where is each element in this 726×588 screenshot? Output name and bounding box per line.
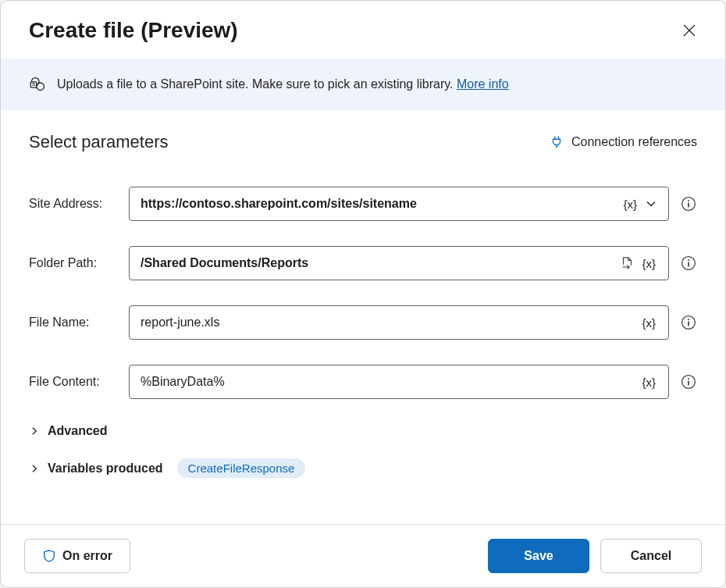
file-picker-button[interactable] [617,256,637,270]
create-file-dialog: Create file (Preview) S Uploads a file t… [0,0,726,588]
on-error-button[interactable]: On error [24,539,130,573]
row-file-name: File Name: report-june.xls {x} [29,305,697,340]
info-icon [681,315,696,330]
close-icon [683,24,696,37]
variable-token-button[interactable]: {x} [618,198,642,211]
file-select-icon [620,256,634,270]
svg-text:S: S [32,81,35,87]
info-text: Uploads a file to a SharePoint site. Mak… [57,77,509,91]
connection-references-button[interactable]: Connection references [550,135,697,149]
info-message: Uploads a file to a SharePoint site. Mak… [57,77,457,91]
save-label: Save [524,549,553,563]
input-file-content[interactable]: %BinaryData% {x} [129,365,669,399]
info-button-file-name[interactable] [680,314,697,331]
advanced-label: Advanced [48,424,107,438]
dialog-header: Create file (Preview) [1,1,725,59]
variables-produced-label: Variables produced [48,461,163,476]
svg-point-14 [688,378,689,380]
info-button-file-content[interactable] [680,373,697,390]
chevron-down-icon [645,198,657,210]
sharepoint-icon: S [29,76,46,93]
svg-point-8 [688,259,689,261]
dialog-title: Create file (Preview) [29,18,238,43]
plug-icon [550,135,564,149]
svg-rect-9 [688,262,689,267]
label-folder-path: Folder Path: [29,256,124,270]
label-file-content: File Content: [29,375,124,389]
cancel-label: Cancel [631,549,671,563]
info-icon [681,196,696,212]
variable-chip[interactable]: CreateFileResponse [177,458,306,478]
input-folder-path[interactable]: /Shared Documents/Reports {x} [129,246,669,280]
save-button[interactable]: Save [488,539,589,573]
chevron-right-icon [29,463,40,474]
chevron-right-icon [29,426,40,437]
label-file-name: File Name: [29,315,124,330]
svg-rect-12 [688,322,689,326]
value-file-content: %BinaryData% [141,375,637,389]
variables-produced-toggle[interactable]: Variables produced CreateFileResponse [29,458,697,478]
row-site-address: Site Address: https://contoso.sharepoint… [29,187,697,221]
info-icon [681,374,696,390]
input-file-name[interactable]: report-june.xls {x} [129,305,669,340]
input-site-address[interactable]: https://contoso.sharepoint.com/sites/sit… [129,187,669,221]
variable-token-button[interactable]: {x} [637,257,660,270]
on-error-label: On error [62,549,112,563]
value-file-name: report-june.xls [141,315,637,330]
info-icon [681,255,696,271]
info-button-site-address[interactable] [680,195,697,212]
advanced-toggle[interactable]: Advanced [29,424,697,438]
variable-token-button[interactable]: {x} [637,316,660,330]
variable-token-button[interactable]: {x} [637,376,660,389]
info-bar: S Uploads a file to a SharePoint site. M… [1,59,725,110]
params-title: Select parameters [29,132,169,152]
value-folder-path: /Shared Documents/Reports [141,256,617,270]
close-button[interactable] [677,18,702,43]
cancel-button[interactable]: Cancel [600,539,702,573]
connection-references-label: Connection references [571,135,697,149]
svg-point-11 [688,319,689,320]
label-site-address: Site Address: [29,197,124,211]
dropdown-button[interactable] [642,198,660,210]
row-folder-path: Folder Path: /Shared Documents/Reports {… [29,246,697,280]
value-site-address: https://contoso.sharepoint.com/sites/sit… [141,197,618,211]
row-file-content: File Content: %BinaryData% {x} [29,365,697,399]
svg-point-5 [688,200,689,201]
svg-rect-15 [688,381,689,386]
more-info-link[interactable]: More info [457,77,509,91]
params-header: Select parameters Connection references [1,110,725,166]
info-button-folder-path[interactable] [680,255,697,272]
shield-icon [42,549,56,563]
dialog-footer: On error Save Cancel [1,524,725,587]
svg-rect-6 [688,203,689,208]
form-area: Site Address: https://contoso.sharepoint… [1,166,725,524]
svg-point-1 [37,83,44,91]
